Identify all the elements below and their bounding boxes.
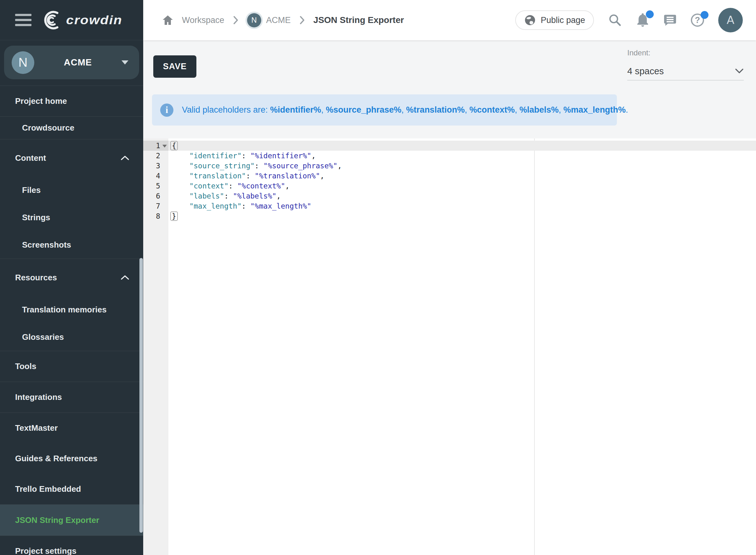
sidebar-item-tools[interactable]: Tools bbox=[0, 351, 143, 382]
code-token-pun: , bbox=[285, 182, 290, 190]
indent-select[interactable]: 4 spaces bbox=[627, 62, 744, 81]
home-icon[interactable] bbox=[162, 15, 173, 26]
messages-icon[interactable] bbox=[664, 13, 677, 27]
chevron-right-icon bbox=[299, 15, 305, 25]
sidebar-header: crowdin bbox=[0, 0, 143, 40]
sidebar-item-guides-references[interactable]: Guides & References bbox=[0, 443, 143, 474]
sidebar-item-textmaster[interactable]: TextMaster bbox=[0, 413, 143, 443]
code-line[interactable]: "context": "%context%", bbox=[168, 181, 756, 191]
sidebar-item-label: Project settings bbox=[15, 546, 77, 555]
help-icon[interactable]: ? bbox=[691, 13, 704, 27]
code-line[interactable]: { bbox=[168, 141, 756, 151]
crowdin-logo-text: crowdin bbox=[66, 13, 122, 27]
help-badge bbox=[701, 11, 709, 19]
sidebar-item-translation-memories[interactable]: Translation memories bbox=[0, 296, 143, 324]
sidebar-item-project-home[interactable]: Project home bbox=[0, 86, 143, 117]
fold-caret-icon[interactable] bbox=[162, 145, 167, 147]
code-line[interactable]: } bbox=[168, 211, 756, 221]
gutter-line-number: 8 bbox=[143, 211, 168, 221]
sidebar-item-label: Tools bbox=[15, 361, 36, 371]
menu-icon[interactable] bbox=[15, 14, 32, 26]
code-line[interactable]: "identifier": "%identifier%", bbox=[168, 151, 756, 161]
code-line[interactable]: "labels": "%labels%", bbox=[168, 191, 756, 201]
gutter-line-number: 1 bbox=[143, 141, 168, 151]
code-token-pun: , bbox=[320, 172, 325, 180]
sidebar-item-label: Glossaries bbox=[22, 332, 64, 342]
sidebar-item-files[interactable]: Files bbox=[0, 176, 143, 204]
code-token-key: "max_length" bbox=[189, 202, 241, 210]
notifications-bell-icon[interactable] bbox=[636, 13, 649, 27]
sidebar-scrollbar[interactable] bbox=[139, 258, 143, 533]
topbar: Workspace N ACME JSON String Exporter Pu… bbox=[143, 0, 756, 40]
sidebar-item-content[interactable]: Content bbox=[0, 139, 143, 176]
search-icon[interactable] bbox=[608, 13, 622, 27]
sidebar-item-strings[interactable]: Strings bbox=[0, 204, 143, 231]
globe-icon bbox=[524, 14, 536, 26]
sidebar-nav: Project homeCrowdsourceContentFilesStrin… bbox=[0, 86, 143, 555]
indent-selected-value: 4 spaces bbox=[627, 66, 664, 77]
banner-text: Valid placeholders are: %identifier%, %s… bbox=[182, 105, 628, 115]
sidebar: crowdin N ACME Project homeCrowdsourceCo… bbox=[0, 0, 143, 555]
code-token-pun: , bbox=[337, 162, 342, 170]
code-token-val: "%labels%" bbox=[233, 192, 276, 200]
public-page-button[interactable]: Public page bbox=[515, 10, 594, 30]
sidebar-item-integrations[interactable]: Integrations bbox=[0, 382, 143, 413]
editor-code-area[interactable]: { "identifier": "%identifier%", "source_… bbox=[168, 138, 756, 555]
sidebar-item-label: Strings bbox=[22, 213, 50, 222]
info-banner: i Valid placeholders are: %identifier%, … bbox=[152, 94, 617, 126]
gutter-line-number: 5 bbox=[143, 181, 168, 191]
sidebar-item-label: Project home bbox=[15, 96, 67, 106]
app-root: crowdin N ACME Project homeCrowdsourceCo… bbox=[0, 0, 756, 555]
chevron-up-icon bbox=[121, 275, 129, 280]
sidebar-item-json-string-exporter[interactable]: JSON String Exporter bbox=[0, 505, 143, 536]
page-title: JSON String Exporter bbox=[313, 15, 404, 25]
sidebar-item-label: TextMaster bbox=[15, 423, 57, 433]
header-actions: Public page ? A bbox=[515, 8, 743, 32]
code-token-brace: { bbox=[172, 141, 176, 150]
code-line[interactable]: "max_length": "%max_length%" bbox=[168, 201, 756, 211]
code-token-val: "%max_length%" bbox=[250, 202, 311, 210]
workspace-selector[interactable]: N ACME bbox=[4, 46, 139, 79]
sidebar-item-label: Guides & References bbox=[15, 454, 97, 463]
code-token-key: "context" bbox=[189, 182, 228, 190]
sidebar-item-resources[interactable]: Resources bbox=[0, 259, 143, 296]
code-editor[interactable]: 12345678 { "identifier": "%identifier%",… bbox=[143, 138, 756, 555]
code-line[interactable]: "translation": "%translation%", bbox=[168, 171, 756, 181]
workspace-avatar: N bbox=[12, 51, 34, 74]
gutter-line-number: 7 bbox=[143, 201, 168, 211]
sidebar-item-crowdsource[interactable]: Crowdsource bbox=[0, 117, 143, 139]
code-token-val: "%identifier%" bbox=[250, 152, 311, 160]
sidebar-item-label: Translation memories bbox=[22, 305, 107, 315]
save-button[interactable]: SAVE bbox=[153, 55, 197, 78]
sidebar-item-glossaries[interactable]: Glossaries bbox=[0, 324, 143, 351]
code-token-ws bbox=[172, 152, 189, 160]
code-token-ws bbox=[172, 172, 189, 180]
code-token-key: "source_string" bbox=[189, 162, 255, 170]
gutter-line-number: 6 bbox=[143, 191, 168, 201]
code-token-key: "labels" bbox=[189, 192, 224, 200]
sidebar-item-project-settings[interactable]: Project settings bbox=[0, 536, 143, 555]
code-token-pun: : bbox=[246, 172, 255, 180]
code-token-pun: : bbox=[255, 162, 263, 170]
crowdin-logo[interactable]: crowdin bbox=[43, 10, 122, 31]
user-avatar[interactable]: A bbox=[718, 8, 743, 32]
sidebar-item-screenshots[interactable]: Screenshots bbox=[0, 231, 143, 259]
code-token-val: "%source_phrase%" bbox=[263, 162, 337, 170]
code-token-pun: , bbox=[276, 192, 281, 200]
sidebar-item-label: Trello Embedded bbox=[15, 484, 81, 494]
breadcrumb-workspace[interactable]: Workspace bbox=[182, 15, 224, 25]
project-avatar: N bbox=[247, 13, 261, 27]
gutter-line-number: 2 bbox=[143, 151, 168, 161]
code-token-key: "identifier" bbox=[189, 152, 241, 160]
breadcrumb: Workspace N ACME JSON String Exporter bbox=[162, 13, 404, 27]
chevron-up-icon bbox=[121, 156, 129, 161]
workspace-name: ACME bbox=[34, 57, 122, 68]
sidebar-item-label: JSON String Exporter bbox=[15, 515, 99, 525]
code-token-key: "translation" bbox=[189, 172, 246, 180]
code-token-ws bbox=[172, 192, 189, 200]
notifications-badge bbox=[646, 10, 654, 18]
code-token-brace: } bbox=[172, 212, 176, 220]
sidebar-item-trello-embedded[interactable]: Trello Embedded bbox=[0, 474, 143, 504]
breadcrumb-project[interactable]: N ACME bbox=[247, 13, 291, 27]
code-line[interactable]: "source_string": "%source_phrase%", bbox=[168, 161, 756, 171]
